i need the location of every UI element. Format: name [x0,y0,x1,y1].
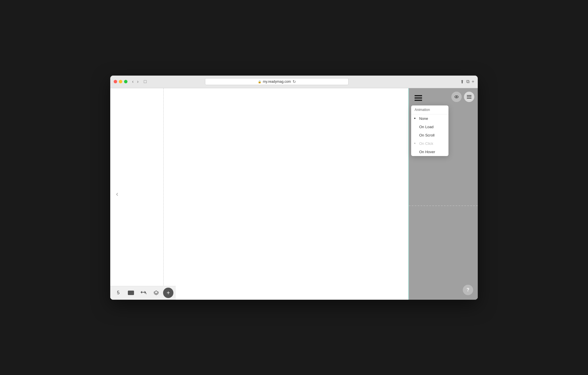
bottom-toolbar: 5 + [110,286,176,300]
svg-rect-2 [467,95,471,96]
forward-button[interactable]: › [136,78,140,85]
animation-option-none[interactable]: None [411,114,448,123]
eye-button[interactable] [451,92,462,102]
browser-window: ‹ › □ 🔒 my.readymag.com ↻ ⬆ ⧉ + ‹ [110,76,478,300]
chrome-right-buttons: ⬆ ⧉ + [460,79,474,84]
left-arrow-button[interactable]: ‹ [116,190,118,198]
minimize-button[interactable] [119,80,122,83]
browser-content: ‹ [110,88,478,300]
svg-rect-4 [467,98,471,99]
new-tab-button[interactable]: + [472,79,474,84]
animation-option-onhover[interactable]: On Hover [411,148,448,156]
svg-point-1 [456,96,457,97]
page-thumbnail-button[interactable] [125,288,137,298]
maximize-button[interactable] [124,80,127,83]
hamburger-icon[interactable] [415,95,451,101]
svg-marker-15 [154,291,158,294]
add-element-button[interactable]: + [163,288,173,298]
undo-button[interactable] [138,288,149,298]
canvas-area[interactable] [110,88,409,300]
panel-top-icons [451,92,474,102]
svg-rect-3 [467,97,471,97]
menu-button[interactable] [464,92,474,102]
browser-chrome: ‹ › □ 🔒 my.readymag.com ↻ ⬆ ⧉ + [110,76,478,88]
page-number: 5 [113,288,124,298]
animation-option-onclick[interactable]: On Click [411,139,448,148]
help-icon: ? [467,287,469,293]
url-text: my.readymag.com [263,80,291,84]
canvas-guide-line [163,88,164,300]
back-button[interactable]: ‹ [131,78,135,85]
duplicate-button[interactable]: ⧉ [466,79,469,84]
close-button[interactable] [114,80,117,83]
right-panel: обо мне работы контакты Animation None O… [409,88,478,300]
layers-button[interactable] [150,288,162,298]
address-bar[interactable]: 🔒 my.readymag.com ↻ [205,78,349,85]
nav-buttons: ‹ › [131,78,140,85]
sidebar-toggle-button[interactable]: □ [142,78,148,85]
panel-border-top [409,205,478,206]
traffic-lights [114,80,127,83]
svg-rect-14 [128,291,134,295]
lock-icon: 🔒 [258,80,261,83]
animation-option-onload[interactable]: On Load [411,123,448,131]
share-button[interactable]: ⬆ [460,79,464,84]
animation-option-onscroll[interactable]: On Scroll [411,131,448,139]
reload-button[interactable]: ↻ [293,79,296,84]
panel-top-bar [409,88,478,104]
animation-dropdown: Animation None On Load On Scroll On Clic… [411,105,448,156]
help-button[interactable]: ? [463,285,473,295]
animation-dropdown-header: Animation [411,105,448,114]
